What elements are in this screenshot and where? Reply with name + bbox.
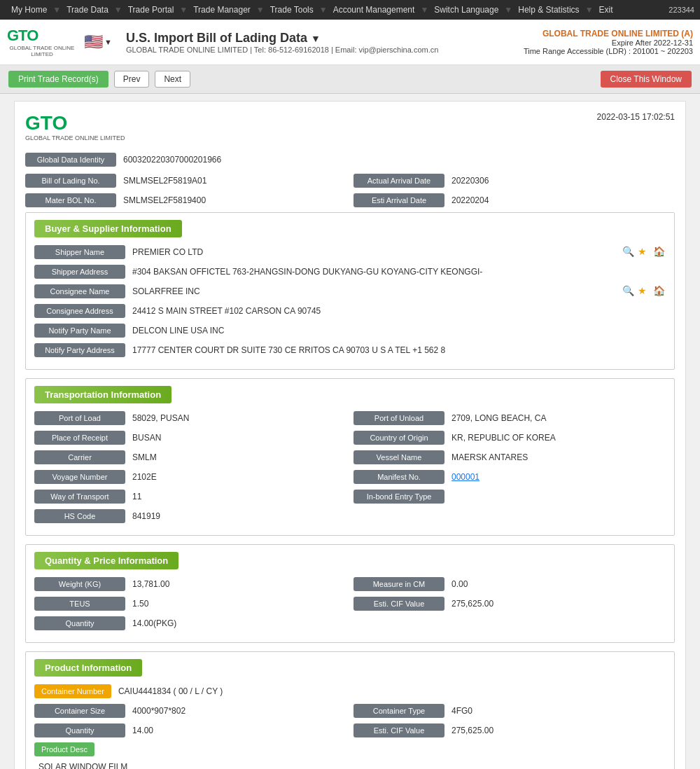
manifest-no-value[interactable]: 000001 bbox=[444, 469, 666, 485]
shipper-name-value: PREMIER CO LTD bbox=[125, 244, 620, 260]
consignee-name-row: Consignee Name SOLARFREE INC 🔍 ★ 🏠 bbox=[34, 284, 666, 299]
page-subtitle: GLOBAL TRADE ONLINE LIMITED | Tel: 86-51… bbox=[126, 46, 438, 54]
close-button-top[interactable]: Close This Window bbox=[601, 71, 692, 88]
port-load-row: Port of Load 58029, PUSAN Port of Unload… bbox=[34, 410, 666, 426]
way-transport-value: 11 bbox=[125, 489, 346, 504]
notify-party-address-label: Notify Party Address bbox=[34, 343, 125, 357]
manifest-no-label: Manifest No. bbox=[354, 470, 444, 484]
next-button-top[interactable]: Next bbox=[155, 71, 190, 88]
nav-trade-portal[interactable]: Trade Portal bbox=[122, 0, 180, 20]
logo-area: GTO GLOBAL TRADE ONLINE LIMITED bbox=[7, 25, 77, 60]
shipper-address-value: #304 BAKSAN OFFICTEL 763-2HANGSIN-DONG D… bbox=[125, 264, 666, 279]
qty-row: Quantity 14.00(PKG) bbox=[34, 616, 666, 631]
company-name: GLOBAL TRADE ONLINE LIMITED (A) bbox=[524, 29, 693, 39]
notify-party-name-row: Notify Party Name DELCON LINE USA INC bbox=[34, 323, 666, 338]
shipper-name-row: Shipper Name PREMIER CO LTD 🔍 ★ 🏠 bbox=[34, 244, 666, 260]
logo: GTO GLOBAL TRADE ONLINE LIMITED bbox=[7, 25, 77, 60]
notify-party-address-row: Notify Party Address 17777 CENTER COURT … bbox=[34, 342, 666, 358]
nav-account-management[interactable]: Account Management bbox=[328, 0, 421, 20]
port-unload-label: Port of Unload bbox=[354, 411, 444, 425]
consignee-address-value: 24412 S MAIN STREET #102 CARSON CA 90745 bbox=[125, 303, 666, 319]
product-cif-value: 275,625.00 bbox=[444, 723, 666, 738]
nav-switch-language[interactable]: Switch Language bbox=[428, 0, 504, 20]
way-transport-label: Way of Transport bbox=[34, 490, 125, 504]
nav-trade-data[interactable]: Trade Data bbox=[61, 0, 114, 20]
shipper-name-label: Shipper Name bbox=[34, 245, 125, 259]
consignee-search-icon[interactable]: 🔍 bbox=[622, 285, 635, 298]
global-data-identity-label: Global Data Identity bbox=[25, 153, 116, 167]
record-date: 2022-03-15 17:02:51 bbox=[597, 112, 675, 122]
print-button-top[interactable]: Print Trade Record(s) bbox=[8, 71, 108, 88]
nav-exit[interactable]: Exit bbox=[594, 0, 619, 20]
place-receipt-label: Place of Receipt bbox=[34, 431, 125, 445]
country-origin-label: Country of Origin bbox=[354, 431, 444, 445]
product-desc-wrapper: Product Desc SOLAR WINDOW FILM bbox=[34, 742, 666, 769]
shipper-star-icon[interactable]: ★ bbox=[638, 246, 650, 258]
bol-row: Bill of Lading No. SMLMSEL2F5819A01 Actu… bbox=[25, 173, 675, 188]
consignee-address-label: Consignee Address bbox=[34, 304, 125, 318]
quantity-price-section: Quantity & Price Information Weight (KG)… bbox=[25, 544, 675, 643]
bol-label: Bill of Lading No. bbox=[25, 174, 116, 188]
weight-row: Weight (KG) 13,781.00 Measure in CM 0.00 bbox=[34, 576, 666, 592]
nav-help-statistics[interactable]: Help & Statistics bbox=[512, 0, 584, 20]
product-qty-value: 14.00 bbox=[125, 723, 346, 738]
prev-button-top[interactable]: Prev bbox=[114, 71, 150, 88]
card-logo-text: GTO bbox=[25, 112, 67, 134]
card-logo: GTO GLOBAL TRADE ONLINE LIMITED bbox=[25, 112, 125, 141]
product-cif-label: Esti. CIF Value bbox=[354, 723, 444, 737]
voyage-number-value: 2102E bbox=[125, 469, 346, 485]
product-desc-button[interactable]: Product Desc bbox=[34, 742, 94, 756]
port-load-label: Port of Load bbox=[34, 411, 125, 425]
page-title-area: U.S. Import Bill of Lading Data ▼ GLOBAL… bbox=[126, 31, 438, 54]
notify-party-name-value: DELCON LINE USA INC bbox=[125, 323, 666, 338]
teus-value: 1.50 bbox=[125, 596, 346, 611]
hs-code-row: HS Code 841919 bbox=[34, 508, 666, 524]
container-size-label: Container Size bbox=[34, 704, 125, 718]
way-transport-row: Way of Transport 11 In-bond Entry Type bbox=[34, 489, 666, 504]
shipper-search-icon[interactable]: 🔍 bbox=[622, 246, 635, 258]
transportation-section: Transportation Information Port of Load … bbox=[25, 378, 675, 536]
teus-label: TEUS bbox=[34, 597, 125, 611]
voyage-number-label: Voyage Number bbox=[34, 470, 125, 484]
esti-arrival-label: Esti Arrival Date bbox=[354, 193, 444, 207]
nav-my-home[interactable]: My Home bbox=[6, 0, 52, 20]
time-range: Time Range Accessible (LDR) : 201001 ~ 2… bbox=[524, 47, 693, 55]
weight-kg-value: 13,781.00 bbox=[125, 576, 346, 592]
product-info-header: Product Information bbox=[34, 659, 142, 677]
top-navigation: My Home ▼ Trade Data ▼ Trade Portal ▼ Tr… bbox=[0, 0, 700, 20]
notify-party-address-value: 17777 CENTER COURT DR SUITE 730 CE RRITO… bbox=[125, 342, 666, 358]
shipper-address-row: Shipper Address #304 BAKSAN OFFICTEL 763… bbox=[34, 264, 666, 279]
nav-trade-manager[interactable]: Trade Manager bbox=[188, 0, 256, 20]
product-qty-row: Quantity 14.00 Esti. CIF Value 275,625.0… bbox=[34, 723, 666, 738]
hs-code-value: 841919 bbox=[125, 508, 666, 524]
consignee-address-row: Consignee Address 24412 S MAIN STREET #1… bbox=[34, 303, 666, 319]
card-header: GTO GLOBAL TRADE ONLINE LIMITED 2022-03-… bbox=[25, 112, 675, 141]
page-title: U.S. Import Bill of Lading Data ▼ bbox=[126, 31, 438, 46]
action-bar-top: Print Trade Record(s) Prev Next Close Th… bbox=[0, 65, 700, 94]
buyer-supplier-header: Buyer & Supplier Information bbox=[34, 220, 182, 237]
title-dropdown-icon[interactable]: ▼ bbox=[311, 33, 321, 44]
expire-date: Expire After 2022-12-31 bbox=[524, 39, 693, 47]
mater-bol-label: Mater BOL No. bbox=[25, 193, 116, 207]
product-info-section: Product Information Container Number CAI… bbox=[25, 651, 675, 769]
nav-trade-tools[interactable]: Trade Tools bbox=[265, 0, 319, 20]
flag-area[interactable]: 🇺🇸 ▼ bbox=[84, 33, 112, 51]
teus-row: TEUS 1.50 Esti. CIF Value 275,625.00 bbox=[34, 596, 666, 611]
consignee-home-icon[interactable]: 🏠 bbox=[653, 285, 666, 298]
shipper-home-icon[interactable]: 🏠 bbox=[653, 246, 666, 258]
container-number-button[interactable]: Container Number bbox=[34, 684, 111, 698]
consignee-star-icon[interactable]: ★ bbox=[638, 285, 650, 298]
quantity-value: 14.00(PKG) bbox=[125, 616, 666, 631]
inbond-entry-value bbox=[444, 494, 666, 499]
quantity-label: Quantity bbox=[34, 616, 125, 630]
logo-text: GTO bbox=[7, 27, 77, 45]
container-size-row: Container Size 4000*907*802 Container Ty… bbox=[34, 703, 666, 719]
product-qty-label: Quantity bbox=[34, 723, 125, 737]
container-type-label: Container Type bbox=[354, 704, 444, 718]
weight-kg-label: Weight (KG) bbox=[34, 577, 125, 591]
account-info: GLOBAL TRADE ONLINE LIMITED (A) Expire A… bbox=[524, 29, 693, 55]
global-data-identity-value: 600320220307000201966 bbox=[116, 152, 228, 167]
country-origin-value: KR, REPUBLIC OF KOREA bbox=[444, 430, 666, 445]
record-card: GTO GLOBAL TRADE ONLINE LIMITED 2022-03-… bbox=[14, 101, 686, 769]
global-data-identity-row: Global Data Identity 6003202203070002019… bbox=[25, 152, 675, 167]
